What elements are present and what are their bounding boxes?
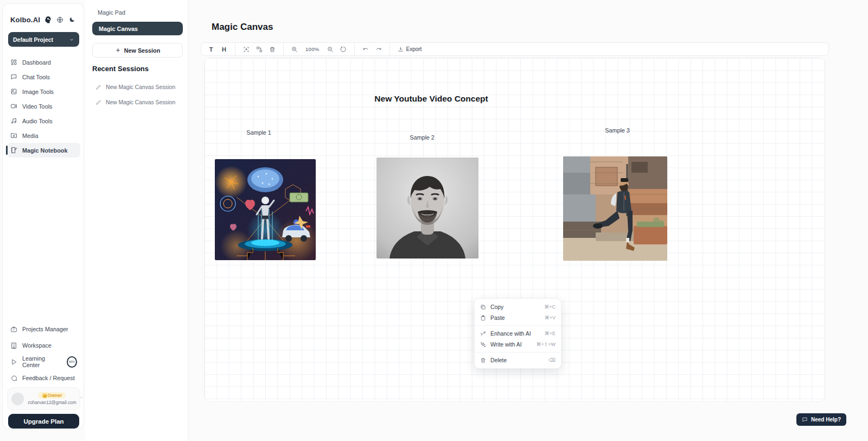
sidebar-item-learning-center[interactable]: Learning Center 66% (7, 354, 80, 370)
building-icon (10, 342, 17, 349)
heading-tool-button[interactable]: H (219, 44, 229, 54)
sidebar-item-magic-notebook[interactable]: Magic Notebook (7, 143, 80, 158)
media-icon (10, 132, 17, 139)
tab-magic-canvas[interactable]: Magic Canvas (92, 22, 183, 35)
menu-item-delete[interactable]: Delete ⌫ (475, 355, 561, 366)
upgrade-plan-button[interactable]: Upgrade Plan (8, 414, 79, 429)
sidebar-item-audio-tools[interactable]: Audio Tools (7, 114, 80, 128)
page-title: Magic Canvas (212, 22, 273, 33)
avatar (11, 393, 24, 405)
sidebar-item-workspace[interactable]: Workspace (7, 337, 80, 354)
dark-mode-moon-icon[interactable] (68, 16, 76, 24)
sidebar-item-chat-tools[interactable]: Chat Tools (7, 70, 80, 84)
sidebar-item-label: Image Tools (22, 89, 54, 95)
video-icon (10, 103, 17, 110)
magic-canvas-workspace[interactable]: New Youtube Video Concept Sample 1 Sampl… (204, 58, 826, 402)
menu-item-paste[interactable]: Paste ⌘+V (475, 312, 561, 323)
sample-2-image[interactable] (376, 158, 478, 259)
new-session-label: New Session (124, 47, 161, 54)
feedback-icon (10, 375, 17, 382)
help-chat-icon (802, 417, 808, 423)
language-globe-icon[interactable] (56, 16, 64, 24)
sidebar-item-dashboard[interactable]: Dashboard (7, 55, 80, 70)
menu-item-shortcut: ⌫ (548, 357, 556, 363)
export-button[interactable]: Export (395, 46, 424, 52)
menu-item-enhance-with-ai[interactable]: Enhance with AI ⌘+E (475, 328, 561, 339)
sample-1-image[interactable] (215, 159, 316, 260)
user-email: zoharvan12@gmail.com (28, 400, 76, 405)
session-item-label: New Magic Canvas Session (106, 99, 175, 105)
zoom-in-button[interactable] (289, 44, 300, 54)
user-account-card[interactable]: 👑Owner zoharvan12@gmail.com ⌃ (7, 387, 80, 410)
sidebar-item-label: Audio Tools (22, 118, 53, 124)
session-item-label: New Magic Canvas Session (106, 84, 175, 90)
menu-item-label: Copy (490, 304, 540, 310)
project-selector-label: Default Project (13, 36, 69, 43)
audio-icon (10, 117, 17, 124)
project-selector[interactable]: Default Project (8, 32, 79, 47)
pencil-icon (95, 99, 101, 105)
sidebar-item-image-tools[interactable]: Image Tools (7, 84, 80, 99)
briefcase-icon (10, 326, 17, 333)
sidebar-item-feedback[interactable]: Feedback / Request (7, 370, 80, 386)
notebook-icon (10, 147, 17, 154)
chevron-up-icon: ⌃ (80, 396, 84, 401)
sample-3-label[interactable]: Sample 3 (596, 127, 639, 134)
sparkles-icon (480, 342, 486, 348)
delete-tool-button[interactable] (267, 44, 278, 54)
session-list-item[interactable]: New Magic Canvas Session (95, 81, 182, 92)
sidebar-item-label: Dashboard (22, 59, 51, 66)
sample-1-label[interactable]: Sample 1 (237, 129, 280, 136)
reset-zoom-button[interactable] (338, 44, 349, 54)
new-session-button[interactable]: New Session (92, 43, 183, 58)
menu-item-shortcut: ⌘+E (545, 331, 556, 336)
need-help-label: Need Help? (811, 417, 841, 423)
sidebar-item-label: Video Tools (22, 103, 52, 110)
sidebar-footer-nav: Projects Manager Workspace Learning Cent… (7, 321, 80, 386)
sidebar-item-label: Feedback / Request (22, 375, 75, 381)
ai-select-tool-button[interactable] (241, 44, 252, 54)
export-label: Export (406, 46, 422, 52)
text-tool-button[interactable]: T (206, 44, 216, 54)
plus-icon (115, 47, 121, 53)
menu-item-label: Paste (490, 315, 540, 321)
menu-item-label: Enhance with AI (490, 331, 540, 337)
sidebar-item-projects-manager[interactable]: Projects Manager (7, 321, 80, 337)
trash-icon (480, 357, 486, 363)
undo-button[interactable] (360, 44, 371, 54)
sidebar-item-media[interactable]: Media (7, 128, 80, 143)
menu-item-shortcut: ⌘+C (544, 304, 556, 310)
menu-item-write-with-ai[interactable]: Write with AI ⌘+⇧+W (475, 339, 561, 350)
brain-logo-icon (44, 16, 52, 24)
copy-icon (480, 304, 486, 310)
owner-role-badge: 👑Owner (38, 392, 66, 399)
canvas-text-heading[interactable]: New Youtube Video Concept (361, 94, 502, 104)
chevron-down-icon (69, 37, 74, 42)
sample-2-label[interactable]: Sample 2 (400, 134, 444, 141)
sample-3-image[interactable] (563, 156, 667, 261)
tab-label: Magic Pad (98, 9, 125, 16)
play-icon (10, 358, 17, 366)
recent-sessions-title: Recent Sessions (92, 65, 149, 73)
divider (283, 43, 284, 55)
zoom-out-button[interactable] (325, 44, 336, 54)
session-list-item[interactable]: New Magic Canvas Session (95, 97, 182, 108)
need-help-button[interactable]: Need Help? (796, 413, 846, 426)
menu-item-copy[interactable]: Copy ⌘+C (475, 301, 561, 312)
sidebar-nav: Dashboard Chat Tools Image Tools Video T… (7, 55, 80, 158)
sidebar-item-video-tools[interactable]: Video Tools (7, 99, 80, 114)
tab-label: Magic Canvas (99, 26, 138, 32)
tab-magic-pad[interactable]: Magic Pad (91, 7, 182, 18)
divider (235, 43, 235, 55)
dashboard-icon (10, 59, 17, 66)
sidebar-item-label: Media (22, 133, 38, 139)
download-icon (398, 46, 404, 52)
divider (475, 352, 561, 352)
menu-item-shortcut: ⌘+V (545, 315, 556, 320)
image-icon (10, 88, 17, 95)
redo-button[interactable] (373, 44, 384, 54)
menu-item-shortcut: ⌘+⇧+W (536, 342, 556, 347)
pencil-icon (95, 84, 101, 90)
workflow-tool-button[interactable] (254, 44, 265, 54)
upgrade-plan-label: Upgrade Plan (23, 418, 63, 425)
